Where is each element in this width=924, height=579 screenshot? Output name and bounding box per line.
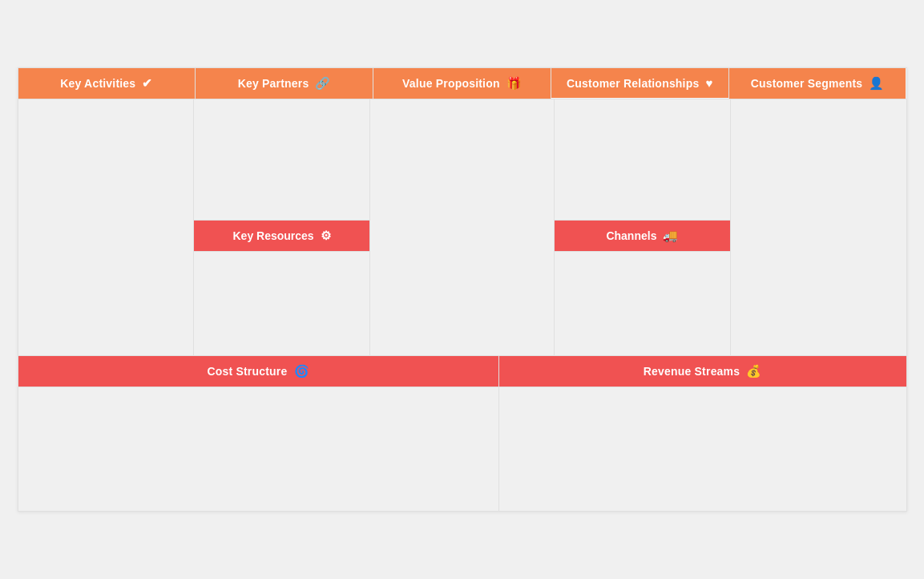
top-header-row: Key Activities ✔ Key Partners 🔗 Value Pr…: [18, 68, 906, 99]
bottom-row: Cost Structure 🌀 Revenue Streams 💰: [18, 355, 906, 511]
cost-structure-label: Cost Structure: [207, 365, 287, 378]
key-resources-header[interactable]: Key Resources ⚙: [194, 221, 369, 251]
key-activities-header[interactable]: Key Activities ✔: [18, 68, 196, 99]
customer-segments-header[interactable]: Customer Segments 👤: [729, 68, 906, 99]
value-proposition-header[interactable]: Value Proposition 🎁: [373, 68, 551, 99]
channels-label: Channels: [606, 229, 656, 242]
cost-structure-col: Cost Structure 🌀: [18, 356, 499, 511]
col-customer-segments-header[interactable]: Customer Segments 👤: [729, 68, 906, 99]
truck-icon: 🚚: [663, 229, 678, 243]
customer-segments-body[interactable]: [731, 99, 906, 355]
channels-body[interactable]: [555, 251, 730, 355]
cost-structure-header[interactable]: Cost Structure 🌀: [18, 356, 498, 387]
canvas-container: Key Activities ✔ Key Partners 🔗 Value Pr…: [0, 0, 924, 579]
customer-relationships-col: Channels 🚚: [555, 99, 731, 355]
revenue-streams-body[interactable]: [499, 387, 906, 511]
channels-header[interactable]: Channels 🚚: [555, 221, 730, 251]
revenue-streams-col: Revenue Streams 💰: [499, 356, 906, 511]
coins-icon: 🌀: [294, 364, 309, 379]
person-icon: 👤: [869, 76, 884, 91]
key-activities-label: Key Activities: [60, 77, 135, 90]
customer-relationships-header[interactable]: Customer Relationships ♥: [551, 68, 728, 98]
channels-section: Channels 🚚: [555, 220, 730, 355]
key-resources-body[interactable]: [194, 251, 369, 355]
key-activities-body-col: [18, 99, 195, 355]
business-model-canvas: Key Activities ✔ Key Partners 🔗 Value Pr…: [18, 67, 907, 512]
heart-icon: ♥: [705, 76, 712, 90]
link-icon: 🔗: [315, 76, 330, 91]
money-bag-icon: 💰: [746, 364, 761, 379]
revenue-streams-header[interactable]: Revenue Streams 💰: [499, 356, 906, 387]
key-activities-body[interactable]: [18, 99, 194, 355]
customer-relationships-label: Customer Relationships: [567, 77, 699, 90]
customer-segments-label: Customer Segments: [751, 77, 863, 90]
revenue-streams-label: Revenue Streams: [644, 365, 740, 378]
key-partners-body[interactable]: [194, 99, 369, 220]
key-partners-col: Key Resources ⚙: [194, 99, 370, 355]
customer-relationships-body[interactable]: [555, 99, 730, 220]
col-key-activities-header[interactable]: Key Activities ✔: [18, 68, 196, 99]
col-key-partners-header[interactable]: Key Partners 🔗: [196, 68, 373, 99]
cost-structure-body[interactable]: [18, 387, 498, 511]
key-resources-section: Key Resources ⚙: [194, 220, 369, 355]
value-proposition-body[interactable]: [370, 99, 555, 355]
key-partners-label: Key Partners: [238, 77, 309, 90]
checkmark-icon: ✔: [142, 76, 152, 91]
col-customer-relationships-header[interactable]: Customer Relationships ♥: [551, 68, 729, 99]
value-proposition-label: Value Proposition: [402, 77, 500, 90]
col-value-prop-header[interactable]: Value Proposition 🎁: [373, 68, 551, 99]
key-partners-header[interactable]: Key Partners 🔗: [196, 68, 373, 99]
main-body-row: Key Resources ⚙ Channels 🚚: [18, 99, 906, 355]
key-resources-label: Key Resources: [232, 229, 313, 242]
gear-icon: ⚙: [321, 229, 331, 243]
gift-icon: 🎁: [506, 76, 522, 91]
